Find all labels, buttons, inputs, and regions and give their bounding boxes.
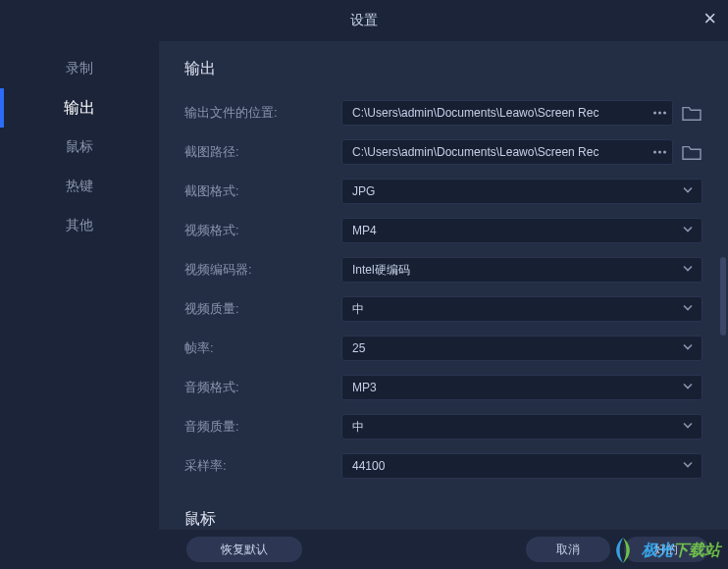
ok-button[interactable]: 好的 <box>624 537 708 562</box>
select-value: 25 <box>352 341 365 355</box>
row-fps: 帧率: 25 <box>184 335 702 362</box>
row-screenshot-fmt: 截图格式: JPG <box>184 178 702 205</box>
main: 录制 输出 鼠标 热键 其他 输出 输出文件的位置: C:\Users\admi… <box>0 41 728 530</box>
row-output-path: 输出文件的位置: C:\Users\admin\Documents\Leawo\… <box>184 99 702 127</box>
chevron-down-icon <box>682 302 694 317</box>
video-quality-select[interactable]: 中 <box>341 296 702 322</box>
row-sample-rate: 采样率: 44100 <box>184 452 702 480</box>
audio-quality-select[interactable]: 中 <box>341 414 702 440</box>
output-path-value: C:\Users\admin\Documents\Leawo\Screen Re… <box>352 106 647 120</box>
label-video-quality: 视频质量: <box>184 300 341 318</box>
chevron-down-icon <box>682 420 694 435</box>
screenshot-fmt-select[interactable]: JPG <box>341 179 702 204</box>
sidebar-item-hotkey[interactable]: 热键 <box>0 167 159 206</box>
screenshot-path-input[interactable]: C:\Users\admin\Documents\Leawo\Screen Re… <box>341 139 673 165</box>
titlebar: 设置 × <box>0 0 728 41</box>
content-panel: 输出 输出文件的位置: C:\Users\admin\Documents\Lea… <box>159 41 728 530</box>
select-value: Intel硬编码 <box>352 262 410 279</box>
row-screenshot-path: 截图路径: C:\Users\admin\Documents\Leawo\Scr… <box>184 138 702 166</box>
video-encoder-select[interactable]: Intel硬编码 <box>341 257 702 283</box>
select-value: JPG <box>352 184 375 198</box>
label-audio-quality: 音频质量: <box>184 418 341 436</box>
label-sample-rate: 采样率: <box>184 457 341 475</box>
label-video-fmt: 视频格式: <box>184 222 341 239</box>
select-value: 中 <box>352 301 364 318</box>
sidebar-item-label: 录制 <box>66 60 93 78</box>
select-value: MP4 <box>352 224 377 237</box>
label-video-encoder: 视频编码器: <box>184 261 341 279</box>
sidebar: 录制 输出 鼠标 热键 其他 <box>0 41 159 530</box>
close-icon[interactable]: × <box>703 6 716 31</box>
chevron-down-icon <box>682 381 694 395</box>
row-video-quality: 视频质量: 中 <box>184 295 702 323</box>
label-audio-fmt: 音频格式: <box>184 379 341 396</box>
select-value: 中 <box>352 419 364 436</box>
chevron-down-icon <box>682 224 694 238</box>
select-value: MP3 <box>352 381 377 394</box>
select-value: 44100 <box>352 459 385 473</box>
fps-select[interactable]: 25 <box>341 336 702 361</box>
row-video-encoder: 视频编码器: Intel硬编码 <box>184 256 702 284</box>
label-output-path: 输出文件的位置: <box>184 104 341 122</box>
audio-fmt-select[interactable]: MP3 <box>341 375 702 400</box>
ellipsis-icon[interactable] <box>653 151 666 154</box>
sidebar-item-record[interactable]: 录制 <box>0 49 159 88</box>
footer: 恢复默认 取消 好的 极光下载站 <box>0 530 728 569</box>
row-audio-fmt: 音频格式: MP3 <box>184 374 702 401</box>
row-video-fmt: 视频格式: MP4 <box>184 217 702 244</box>
screenshot-path-value: C:\Users\admin\Documents\Leawo\Screen Re… <box>352 145 647 159</box>
chevron-down-icon <box>682 184 694 199</box>
restore-defaults-button[interactable]: 恢复默认 <box>186 537 302 562</box>
sidebar-item-label: 其他 <box>66 217 93 234</box>
row-audio-quality: 音频质量: 中 <box>184 413 702 440</box>
label-fps: 帧率: <box>184 339 341 357</box>
sidebar-item-label: 热键 <box>66 178 93 195</box>
scrollbar-thumb[interactable] <box>720 257 726 336</box>
sidebar-item-label: 输出 <box>64 98 95 119</box>
sidebar-item-label: 鼠标 <box>66 138 93 156</box>
ellipsis-icon[interactable] <box>653 112 666 115</box>
section-title-mouse: 鼠标 <box>184 509 702 530</box>
folder-icon[interactable] <box>681 104 702 122</box>
folder-icon[interactable] <box>681 143 702 161</box>
section-title-output: 输出 <box>184 59 702 79</box>
label-screenshot-path: 截图路径: <box>184 143 341 161</box>
label-screenshot-fmt: 截图格式: <box>184 182 341 200</box>
window-title: 设置 <box>350 12 378 29</box>
chevron-down-icon <box>682 459 694 474</box>
chevron-down-icon <box>682 341 694 356</box>
output-path-input[interactable]: C:\Users\admin\Documents\Leawo\Screen Re… <box>341 100 673 126</box>
cancel-button[interactable]: 取消 <box>526 537 610 562</box>
sidebar-item-mouse[interactable]: 鼠标 <box>0 128 159 167</box>
chevron-down-icon <box>682 263 694 278</box>
video-fmt-select[interactable]: MP4 <box>341 218 702 243</box>
sidebar-item-other[interactable]: 其他 <box>0 206 159 245</box>
sample-rate-select[interactable]: 44100 <box>341 453 702 479</box>
sidebar-item-output[interactable]: 输出 <box>0 88 159 128</box>
